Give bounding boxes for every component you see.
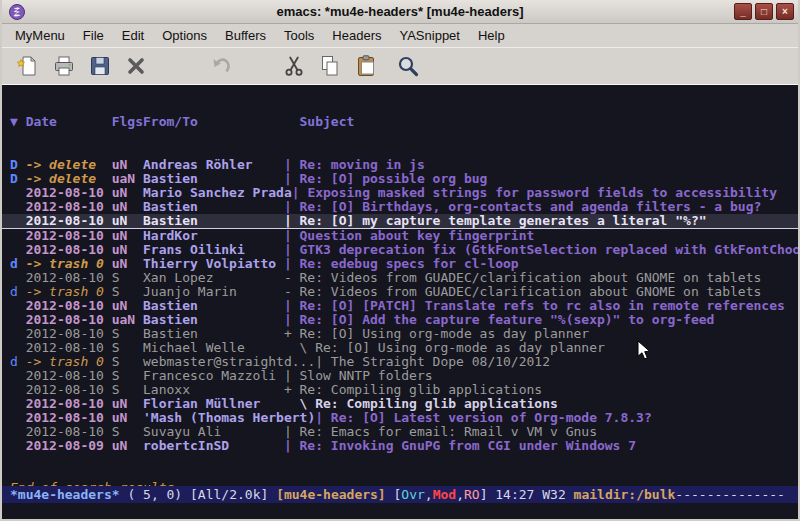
copy-button[interactable] xyxy=(316,53,343,80)
message-from: Francesco Mazzoli xyxy=(143,369,284,383)
message-from: Juanjo Marin xyxy=(143,285,284,299)
menu-yasnippet[interactable]: YASnippet xyxy=(390,26,468,45)
message-flags: uN xyxy=(112,243,143,257)
message-from: Bastien xyxy=(143,313,284,327)
message-date: -> trash 0 xyxy=(26,285,112,299)
message-flags: uN xyxy=(112,257,143,271)
new-file-button[interactable] xyxy=(14,53,41,80)
modeline-readonly-flag: RO xyxy=(464,487,480,502)
message-subject: | Re: [O] Birthdays, org-contacts and ag… xyxy=(284,200,761,214)
message-row[interactable]: 2012-08-10 uN Florian Müllner \ Re: Comp… xyxy=(2,397,798,411)
message-row[interactable]: 2012-08-10 uN Bastien | Re: [O] Birthday… xyxy=(2,200,798,214)
minimize-button[interactable]: _ xyxy=(734,3,752,20)
cut-button[interactable] xyxy=(280,53,307,80)
message-row[interactable]: 2012-08-10 S Xan Lopez - Re: Videos from… xyxy=(2,271,798,285)
close-button[interactable]: × xyxy=(776,3,794,20)
message-date: 2012-08-10 xyxy=(26,341,112,355)
message-from: Frans Oilinki xyxy=(143,243,284,257)
message-flags: S xyxy=(112,355,143,369)
message-row[interactable]: d -> trash 0 S Juanjo Marin - Re: Videos… xyxy=(2,285,798,299)
message-row[interactable]: 2012-08-10 uN Mario Sanchez Prada | Expo… xyxy=(2,186,798,200)
maximize-button[interactable]: □ xyxy=(755,3,773,20)
mark-char xyxy=(10,200,26,214)
modeline-time: 14:27 xyxy=(495,487,542,502)
column-header-flags[interactable]: Flgs xyxy=(112,115,143,130)
column-header-subject[interactable]: Subject xyxy=(284,115,354,130)
modeline-window-id: W32 xyxy=(542,487,573,502)
message-date: 2012-08-10 xyxy=(26,327,112,341)
message-flags: uN xyxy=(112,158,143,172)
modeline-status: [ xyxy=(386,487,402,502)
menu-mymenu[interactable]: MyMenu xyxy=(6,26,74,45)
message-date: 2012-08-10 xyxy=(26,313,112,327)
menu-buffers[interactable]: Buffers xyxy=(216,26,275,45)
message-date: 2012-08-10 xyxy=(26,229,112,243)
message-flags: S xyxy=(112,369,143,383)
close-buffer-button[interactable] xyxy=(122,53,149,80)
message-date: 2012-08-10 xyxy=(26,243,112,257)
message-row[interactable]: 2012-08-10 uN Frans Oilinki | GTK3 depre… xyxy=(2,243,798,257)
titlebar[interactable]: emacs: *mu4e-headers* [mu4e-headers] _ □… xyxy=(2,0,798,24)
message-row[interactable]: 2012-08-10 uN Bastien | Re: [O] [PATCH] … xyxy=(2,299,798,313)
message-flags: S xyxy=(112,285,143,299)
modeline-dashes: -------------- xyxy=(675,487,785,502)
mark-char xyxy=(10,186,26,200)
message-from: Thierry Volpiatto xyxy=(143,257,284,271)
print-button[interactable] xyxy=(50,53,77,80)
message-from: Bastien xyxy=(143,172,284,186)
menu-headers[interactable]: Headers xyxy=(323,26,390,45)
message-subject: | Re: [O] my capture template generates … xyxy=(284,214,707,228)
menu-tools[interactable]: Tools xyxy=(275,26,323,45)
message-row[interactable]: 2012-08-10 uN HardKor | Question about k… xyxy=(2,229,798,243)
message-row[interactable]: D -> delete uN Andreas Röhler | Re: movi… xyxy=(2,158,798,172)
sort-direction-icon[interactable]: ▼ xyxy=(10,115,26,130)
message-row[interactable]: 2012-08-10 uN 'Mash (Thomas Herbert) | R… xyxy=(2,411,798,425)
message-row[interactable]: d -> trash 0 uN Thierry Volpiatto | Re: … xyxy=(2,257,798,271)
menu-help[interactable]: Help xyxy=(469,26,514,45)
menu-options[interactable]: Options xyxy=(153,26,216,45)
message-from: Andreas Röhler xyxy=(143,158,284,172)
message-flags: S xyxy=(112,271,143,285)
message-subject: | Re: Invoking GnuPG from CGI under Wind… xyxy=(284,439,636,453)
undo-button[interactable] xyxy=(208,53,235,80)
scissors-icon xyxy=(282,54,306,78)
modeline-match-info: [All/2.0k] xyxy=(190,487,276,502)
message-row[interactable]: 2012-08-10 S Lanoxx + Re: Compiling glib… xyxy=(2,383,798,397)
message-flags: S xyxy=(112,383,143,397)
message-subject: | Re: moving in js xyxy=(284,158,425,172)
search-button[interactable] xyxy=(394,53,421,80)
window-title: emacs: *mu4e-headers* [mu4e-headers] xyxy=(2,4,798,19)
message-subject: | Re: edebug specs for cl-loop xyxy=(284,257,519,271)
message-subject: \ Re: [O] Using org-mode as day planner xyxy=(284,341,605,355)
message-row[interactable]: D -> delete uaN Bastien | Re: [O] possib… xyxy=(2,172,798,186)
mark-char xyxy=(10,397,26,411)
mouse-cursor xyxy=(637,340,651,361)
undo-icon xyxy=(210,54,234,78)
mode-line: *mu4e-headers* ( 5, 0) [All/2.0k] [mu4e-… xyxy=(2,486,798,503)
menu-edit[interactable]: Edit xyxy=(113,26,153,45)
minibuffer[interactable] xyxy=(2,503,798,519)
message-flags: uN xyxy=(112,229,143,243)
message-date: 2012-08-10 xyxy=(26,214,112,228)
message-row[interactable]: 2012-08-10 S Bastien + Re: [O] Using org… xyxy=(2,327,798,341)
message-row[interactable]: 2012-08-10 uN Bastien | Re: [O] my captu… xyxy=(2,214,798,229)
message-from: Mario Sanchez Prada xyxy=(143,186,292,200)
message-flags: uN xyxy=(112,214,143,228)
column-header-date[interactable]: Date xyxy=(26,115,112,130)
modeline-buffer-name: *mu4e-headers* xyxy=(10,487,120,502)
message-row[interactable]: d -> trash 0 S webmaster@straightd... | … xyxy=(2,355,798,369)
message-from: robertcInSD xyxy=(143,439,284,453)
save-button[interactable] xyxy=(86,53,113,80)
message-date: 2012-08-09 xyxy=(26,439,112,453)
message-row[interactable]: 2012-08-10 S Francesco Mazzoli | Slow NN… xyxy=(2,369,798,383)
paste-button[interactable] xyxy=(352,53,379,80)
message-row[interactable]: 2012-08-10 S Suvayu Ali | Re: Emacs for … xyxy=(2,425,798,439)
message-row[interactable]: 2012-08-10 uaN Bastien | Re: [O] Add the… xyxy=(2,313,798,327)
modeline-overwrite-flag: Ovr xyxy=(401,487,424,502)
modeline-cursor-position: ( 5, 0) xyxy=(120,487,190,502)
message-row[interactable]: 2012-08-10 S Michael Welle \ Re: [O] Usi… xyxy=(2,341,798,355)
menu-file[interactable]: File xyxy=(74,26,113,45)
header-line[interactable]: ▼ Date Flgs From/To Subject xyxy=(10,115,798,130)
column-header-from[interactable]: From/To xyxy=(143,115,284,130)
message-row[interactable]: 2012-08-09 uN robertcInSD | Re: Invoking… xyxy=(2,439,798,453)
